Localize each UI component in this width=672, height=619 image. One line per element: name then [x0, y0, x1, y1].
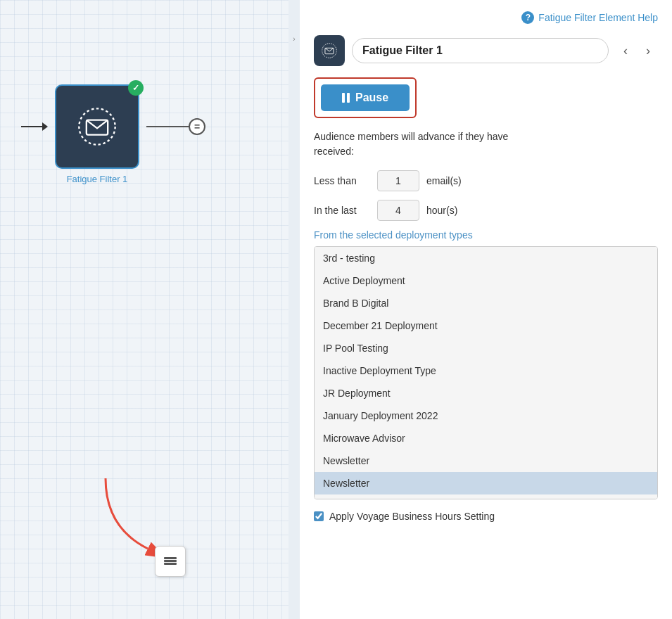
pause-icon — [342, 93, 350, 103]
node-container: ✓ Fatigue Filter 1 = — [21, 84, 205, 169]
less-than-row: Less than email(s) — [314, 170, 658, 191]
node-check-icon: ✓ — [128, 80, 144, 96]
svg-rect-4 — [164, 560, 177, 562]
panel-divider[interactable]: › — [289, 0, 300, 619]
svg-rect-5 — [164, 557, 177, 559]
node-icon — [72, 102, 122, 151]
canvas-area: ✓ Fatigue Filter 1 = — [0, 0, 289, 619]
list-item[interactable]: Newsletter B — [315, 494, 657, 499]
list-item[interactable]: Inactive Deployment Type — [315, 359, 657, 382]
right-panel: ? Fatigue Filter Element Help ‹ › Pause — [300, 0, 672, 619]
list-item[interactable]: December 21 Deployment — [315, 314, 657, 337]
connector-circle: = — [189, 118, 205, 135]
hours-count-input[interactable] — [377, 200, 419, 221]
stack-icon — [162, 553, 179, 570]
stack-button[interactable] — [155, 546, 186, 577]
nav-next-button[interactable]: › — [638, 41, 658, 60]
less-than-label: Less than — [314, 175, 370, 186]
list-item[interactable]: IP Pool Testing — [315, 337, 657, 359]
svg-rect-3 — [164, 563, 177, 565]
element-name-input[interactable] — [352, 38, 609, 63]
help-link-text[interactable]: Fatigue Filter Element Help — [538, 12, 658, 23]
help-icon: ? — [521, 11, 534, 24]
list-item[interactable]: January Deployment 2022 — [315, 404, 657, 427]
pause-button-container: Pause — [314, 77, 417, 118]
pause-button[interactable]: Pause — [321, 84, 410, 111]
in-last-label: In the last — [314, 205, 370, 216]
deployment-types-list[interactable]: 3rd - testing Active Deployment Brand B … — [314, 246, 658, 499]
list-item[interactable]: Brand B Digital — [315, 292, 657, 314]
hours-unit-label: hour(s) — [426, 205, 457, 216]
list-item[interactable]: Active Deployment — [315, 269, 657, 292]
list-item-selected[interactable]: Newsletter — [315, 472, 657, 494]
emails-count-input[interactable] — [377, 170, 419, 191]
header-row: ‹ › — [314, 35, 658, 66]
header-element-icon — [319, 41, 339, 60]
deployment-types-label: From the selected deployment types — [314, 229, 658, 241]
fatigue-filter-node[interactable]: ✓ — [55, 84, 139, 169]
list-item[interactable]: JR Deployment — [315, 382, 657, 404]
apply-hours-row: Apply Voyage Business Hours Setting — [314, 511, 658, 522]
list-item[interactable]: Newsletter — [315, 449, 657, 472]
connector-line — [146, 126, 189, 127]
svg-point-0 — [79, 108, 115, 144]
list-item[interactable]: Microwave Advisor — [315, 427, 657, 449]
help-link-row[interactable]: ? Fatigue Filter Element Help — [314, 11, 658, 24]
incoming-arrow — [21, 122, 48, 131]
emails-unit-label: email(s) — [426, 175, 462, 186]
divider-arrow-icon: › — [293, 35, 295, 43]
list-item[interactable]: 3rd - testing — [315, 247, 657, 269]
element-icon — [314, 35, 345, 66]
in-last-row: In the last hour(s) — [314, 200, 658, 221]
apply-hours-checkbox[interactable] — [314, 511, 324, 521]
nav-arrows: ‹ › — [616, 41, 658, 60]
pause-button-label: Pause — [355, 91, 388, 104]
apply-hours-label: Apply Voyage Business Hours Setting — [329, 511, 495, 522]
description-text: Audience members will advance if they ha… — [314, 129, 658, 159]
node-label: Fatigue Filter 1 — [67, 174, 128, 184]
nav-prev-button[interactable]: ‹ — [616, 41, 635, 60]
svg-point-6 — [322, 44, 337, 58]
